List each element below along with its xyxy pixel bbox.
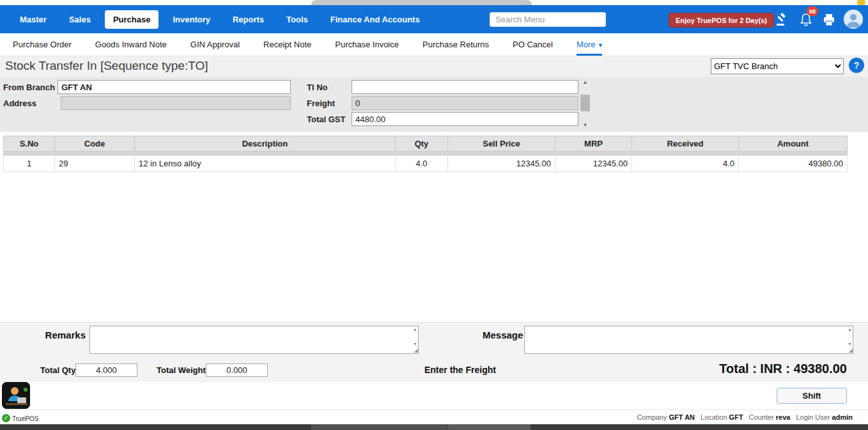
subnav-more[interactable]: More xyxy=(577,33,602,56)
status-bar: TruePOS Company GFT AN Location GFT Coun… xyxy=(0,410,868,424)
transfer-header-form: From Branch TI No Address Freight Total … xyxy=(0,77,868,132)
ti-no-input[interactable] xyxy=(352,80,578,94)
message-field-wrap xyxy=(524,326,853,354)
form-scrollbar[interactable] xyxy=(580,78,590,129)
col-sno: S.No xyxy=(4,136,55,152)
subnav-po-cancel[interactable]: PO Cancel xyxy=(513,33,553,56)
cell-sell-price: 12345.00 xyxy=(448,155,555,172)
table-row[interactable]: 1 29 12 in Lenso alloy 4.0 12345.00 1234… xyxy=(4,155,848,172)
cell-qty: 4.0 xyxy=(396,155,448,172)
help-icon[interactable]: ? xyxy=(849,58,864,73)
resize-grip-icon[interactable] xyxy=(849,347,853,353)
location-value: GFT xyxy=(729,413,743,421)
browser-chrome-strip xyxy=(0,0,868,5)
menu-item-sales[interactable]: Sales xyxy=(61,10,99,29)
login-user-label: Login User xyxy=(796,413,830,421)
menu-item-master[interactable]: Master xyxy=(12,10,55,29)
grand-total-text: Total : INR : 49380.00 xyxy=(719,362,847,376)
message-textarea[interactable] xyxy=(524,326,853,354)
menu-item-finance-and-accounts[interactable]: Finance And Accounts xyxy=(322,10,428,29)
subnav-purchase-order[interactable]: Purchase Order xyxy=(13,33,72,56)
gavel-icon[interactable] xyxy=(775,13,789,27)
session-info: Company GFT AN Location GFT Counter reva… xyxy=(637,413,853,421)
login-user-value: admin xyxy=(832,413,853,421)
scroll-down-icon[interactable] xyxy=(580,121,590,129)
col-sell-price: Sell Price xyxy=(448,136,555,152)
page-title-row: Stock Transfer In [Sequence type:TO] GFT… xyxy=(0,56,868,77)
menu-item-tools[interactable]: Tools xyxy=(278,10,316,29)
menu-item-purchase[interactable]: Purchase xyxy=(105,10,159,29)
page-title: Stock Transfer In [Sequence type:TO] xyxy=(5,59,208,73)
total-qty-input[interactable] xyxy=(75,363,137,377)
company-label: Company xyxy=(637,413,667,421)
notification-count-badge: 68 xyxy=(807,6,818,16)
menu-item-inventory[interactable]: Inventory xyxy=(164,10,219,29)
total-qty-label: Total Qty xyxy=(40,365,75,375)
freight-label: Freight xyxy=(307,99,335,108)
taskbar-segment xyxy=(311,424,447,430)
taskbar-segment xyxy=(447,424,531,430)
scroll-down-icon xyxy=(848,342,852,346)
purchase-subnav: Purchase Order Goods Inward Note GIN App… xyxy=(0,33,868,56)
subnav-purchase-returns[interactable]: Purchase Returns xyxy=(422,33,489,56)
subnav-purchase-invoice[interactable]: Purchase Invoice xyxy=(335,33,399,56)
total-weight-input[interactable] xyxy=(206,363,268,377)
scrollbar-thumb[interactable] xyxy=(580,95,590,111)
counter-value: reva xyxy=(776,413,791,421)
counter-label: Counter xyxy=(749,413,774,421)
check-icon xyxy=(2,414,10,422)
subnav-gin-approval[interactable]: GIN Approval xyxy=(190,33,240,56)
scroll-up-icon xyxy=(413,327,417,331)
subnav-goods-inward-note[interactable]: Goods Inward Note xyxy=(95,33,167,56)
remarks-textarea[interactable] xyxy=(89,326,419,354)
trial-banner-button[interactable]: Enjoy TruePOS for 2 Day(s) xyxy=(669,13,774,28)
cell-sno: 1 xyxy=(4,155,55,172)
remarks-field-wrap xyxy=(89,326,419,354)
remarks-label: Remarks xyxy=(45,330,86,340)
location-label: Location xyxy=(701,413,727,421)
col-mrp: MRP xyxy=(555,136,632,152)
company-value: GFT AN xyxy=(669,413,695,421)
search-menu-input[interactable] xyxy=(490,12,606,27)
taskbar-strip xyxy=(0,424,868,430)
main-menu: Master Sales Purchase Inventory Reports … xyxy=(12,5,428,33)
cell-mrp: 12345.00 xyxy=(555,155,632,172)
avatar[interactable] xyxy=(844,10,863,29)
top-navigation-bar: Master Sales Purchase Inventory Reports … xyxy=(0,5,868,33)
from-branch-label: From Branch xyxy=(3,83,55,92)
scroll-up-icon[interactable] xyxy=(580,78,590,86)
menu-item-reports[interactable]: Reports xyxy=(224,10,272,29)
items-table: S.No Code Description Qty Sell Price MRP… xyxy=(3,136,848,172)
app-name: TruePOS xyxy=(12,415,38,422)
browser-tab-remnant xyxy=(311,0,532,5)
total-gst-label: Total GST xyxy=(307,115,345,124)
from-branch-input[interactable] xyxy=(58,80,291,94)
scroll-down-icon xyxy=(413,342,417,346)
ti-no-label: TI No xyxy=(307,83,328,92)
freight-input xyxy=(352,96,578,110)
cell-description: 12 in Lenso alloy xyxy=(135,155,396,172)
table-header-row: S.No Code Description Qty Sell Price MRP… xyxy=(4,136,848,152)
col-qty: Qty xyxy=(396,136,448,152)
resize-grip-icon[interactable] xyxy=(414,347,418,353)
branch-select[interactable]: GFT TVC Branch xyxy=(711,58,844,74)
cell-received: 4.0 xyxy=(632,155,739,172)
message-label: Message xyxy=(483,330,523,340)
total-weight-label: Total Weight xyxy=(157,365,206,375)
truepos-app-window: Master Sales Purchase Inventory Reports … xyxy=(0,0,868,430)
subnav-receipt-note[interactable]: Receipt Note xyxy=(263,33,311,56)
total-gst-input[interactable] xyxy=(352,112,578,126)
cell-code: 29 xyxy=(55,155,135,172)
shift-button[interactable]: Shift xyxy=(777,388,847,404)
chevron-down-icon xyxy=(596,40,603,49)
printer-icon[interactable] xyxy=(822,13,836,26)
address-input xyxy=(61,96,291,110)
address-label: Address xyxy=(3,99,36,108)
col-amount: Amount xyxy=(739,136,848,152)
mascot-icon xyxy=(2,382,30,409)
col-description: Description xyxy=(135,136,396,152)
cell-amount: 49380.00 xyxy=(739,155,848,172)
col-code: Code xyxy=(55,136,135,152)
freight-hint-text: Enter the Freight xyxy=(384,365,537,375)
col-received: Received xyxy=(632,136,739,152)
